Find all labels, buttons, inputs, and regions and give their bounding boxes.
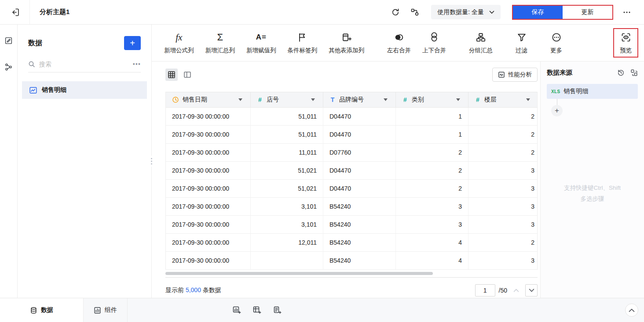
annotation-box-save-update: 保存 更新 — [512, 5, 613, 20]
table-cell: 12,011 — [251, 234, 323, 251]
tab-component[interactable]: 组件 — [84, 298, 128, 322]
toolbar-preview[interactable]: 预览 — [614, 29, 637, 57]
clock-icon — [172, 96, 179, 103]
column-header-sale-date[interactable]: 销售日期 — [166, 92, 251, 107]
number-type-icon: # — [475, 96, 481, 103]
page-up-button[interactable] — [513, 289, 519, 292]
tab-component-label: 组件 — [105, 306, 117, 314]
column-header-brand-no[interactable]: T 品牌编号 — [323, 92, 396, 107]
table-row[interactable]: 2017-09-30 00:00:00B5424043 — [166, 252, 537, 270]
bottom-bar: 数据 组件 — [0, 298, 644, 322]
horizontal-scrollbar[interactable] — [165, 272, 433, 275]
table-cell: 3 — [468, 252, 538, 269]
lineage-button[interactable] — [407, 5, 422, 20]
filter-caret-icon[interactable] — [526, 98, 530, 101]
filter-caret-icon[interactable] — [311, 98, 315, 101]
collapse-panel-button[interactable] — [625, 304, 638, 317]
edit-icon — [4, 36, 13, 45]
sigma-icon: Σ — [217, 31, 223, 43]
table-cell: 51,021 — [251, 162, 323, 179]
table-cell: B54240 — [323, 252, 396, 269]
pagination: /50 — [475, 284, 538, 297]
data-volume-label: 使用数据量: 全量 — [437, 8, 484, 16]
table-row[interactable]: 2017-09-30 00:00:003,101B5424033 — [166, 216, 537, 234]
row-count-text: 显示前 5,000 条数据 — [165, 286, 221, 294]
table-row[interactable]: 2017-09-30 00:00:0051,011D0447012 — [166, 126, 537, 144]
toolbar-add-column-from-table[interactable]: 其他表添加列 — [323, 29, 370, 57]
table-cell: D07760 — [323, 144, 396, 161]
app-header: 分析主题1 使用数据量: 全量 保存 更新 — [0, 0, 644, 25]
toolbar-add-assign-column[interactable]: A= 新增赋值列 — [241, 29, 282, 57]
page-down-button[interactable] — [525, 284, 538, 297]
table-row[interactable]: 2017-09-30 00:00:0051,021D0447023 — [166, 162, 537, 180]
source-step-item[interactable]: XLS 销售明细 — [547, 84, 638, 99]
switch-view-icon[interactable] — [630, 69, 638, 76]
column-header-store-no[interactable]: # 店号 — [251, 92, 323, 107]
data-table: 销售日期 # 店号 T — [165, 92, 538, 270]
step-connector-line — [557, 99, 557, 105]
table-cell: 51,021 — [251, 180, 323, 197]
table-row[interactable]: 2017-09-30 00:00:0012,011B5424042 — [166, 234, 537, 252]
relation-view-button[interactable] — [4, 62, 14, 72]
table-cell: 2017-09-30 00:00:00 — [166, 126, 251, 143]
update-button[interactable]: 更新 — [563, 6, 612, 19]
table-cell: 3 — [396, 198, 468, 215]
add-table-icon[interactable] — [252, 306, 261, 315]
table-row[interactable]: 2017-09-30 00:00:0011,011D0776022 — [166, 144, 537, 162]
filter-caret-icon[interactable] — [238, 98, 242, 101]
number-type-icon: # — [402, 96, 408, 103]
toolbar-more[interactable]: 更多 — [545, 29, 568, 57]
add-step-button[interactable]: + — [551, 105, 563, 116]
toolbar-group-summary[interactable]: 分组汇总 — [463, 29, 498, 57]
history-icon[interactable] — [617, 69, 625, 76]
data-volume-select[interactable]: 使用数据量: 全量 — [431, 5, 501, 19]
toolbar-condition-tag-column[interactable]: 条件标签列 — [282, 29, 323, 57]
table-cell: 3 — [396, 216, 468, 233]
table-cell: D04470 — [323, 162, 396, 179]
toolbar-add-formula-column[interactable]: fx 新增公式列 — [158, 29, 200, 57]
column-header-floor[interactable]: # 楼层 — [468, 92, 538, 107]
page-total-label: /50 — [499, 287, 507, 294]
filter-caret-icon[interactable] — [456, 98, 460, 101]
table-cell: 2017-09-30 00:00:00 — [166, 198, 251, 215]
table-row[interactable]: 2017-09-30 00:00:0051,011D0447012 — [166, 108, 537, 126]
filter-caret-icon[interactable] — [384, 98, 388, 101]
table-cell: B54240 — [323, 216, 396, 233]
join-horizontal-icon — [393, 31, 405, 43]
exit-workspace-button[interactable] — [0, 0, 30, 24]
table-view-area: 性能分析 销售日期 — [152, 62, 540, 298]
preview-eye-icon — [621, 31, 631, 43]
toolbar-add-summary-column[interactable]: Σ 新增汇总列 — [200, 29, 241, 57]
search-options-icon[interactable]: ⋯ — [132, 62, 141, 66]
card-view-toggle[interactable] — [181, 69, 194, 81]
panel-resize-handle[interactable] — [150, 156, 154, 167]
performance-analysis-button[interactable]: 性能分析 — [492, 68, 538, 82]
dataset-item-selected[interactable]: 销售明细 — [22, 81, 147, 99]
edit-subject-button[interactable] — [4, 35, 14, 46]
search-input[interactable] — [39, 61, 128, 68]
performance-label: 性能分析 — [508, 71, 532, 79]
chevron-up-icon — [629, 308, 635, 312]
toolbar-filter[interactable]: 过滤 — [510, 29, 533, 57]
grid-view-toggle[interactable] — [165, 69, 178, 81]
table-cell: 2 — [396, 180, 468, 197]
toolbar-union-top-bottom[interactable]: 上下合并 — [417, 29, 452, 57]
refresh-button[interactable] — [388, 5, 403, 20]
annotation-box-preview: 预览 — [613, 28, 638, 58]
table-row[interactable]: 2017-09-30 00:00:003,101B5424033 — [166, 198, 537, 216]
table-cell: 2017-09-30 00:00:00 — [166, 144, 251, 161]
page-title: 分析主题1 — [40, 8, 70, 16]
add-data-button[interactable]: + — [124, 36, 141, 50]
table-row[interactable]: 2017-09-30 00:00:0051,021D0447023 — [166, 180, 537, 198]
xls-file-icon: XLS — [551, 89, 560, 94]
column-header-category[interactable]: # 类别 — [396, 92, 468, 107]
header-more-button[interactable] — [619, 5, 634, 20]
tab-data[interactable]: 数据 — [0, 298, 84, 322]
add-report-icon[interactable] — [273, 306, 282, 315]
save-button[interactable]: 保存 — [513, 6, 563, 19]
group-summary-icon — [476, 31, 486, 43]
add-chart-icon[interactable] — [232, 306, 241, 315]
toolbar-join-left-right[interactable]: 左右合并 — [381, 29, 417, 57]
page-number-input[interactable] — [475, 284, 495, 297]
text-type-icon: T — [329, 96, 336, 103]
